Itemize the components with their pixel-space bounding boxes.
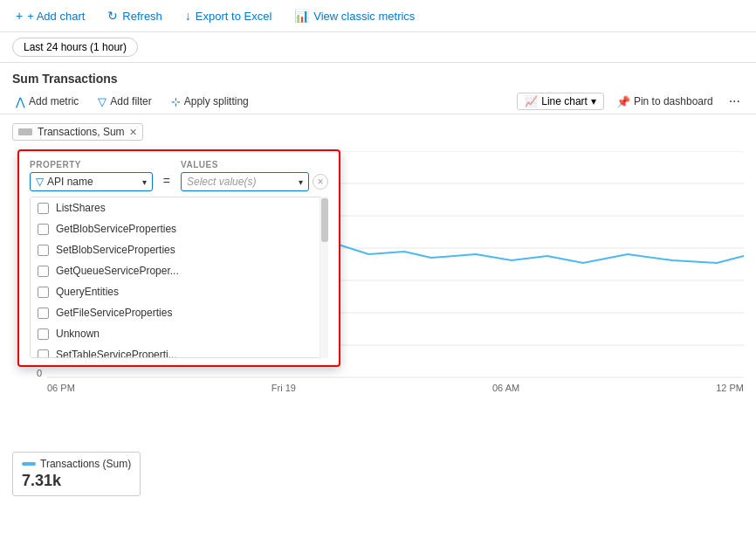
chart-toolbar: ⋀ Add metric ▽ Add filter ⊹ Apply splitt… (0, 89, 756, 114)
equals-sign: = (162, 174, 172, 191)
property-select[interactable]: ▽ API name ▾ (30, 172, 153, 191)
legend-area: Transactions (Sum) 7.31k (0, 446, 756, 501)
values-chevron-icon: ▾ (299, 177, 303, 187)
chart-area: Transactions, Sum × PROPERTY ▽ API name … (0, 114, 756, 446)
filter-tag: Transactions, Sum × (12, 123, 143, 141)
metrics-icon: 📊 (294, 9, 309, 23)
scrollbar-track[interactable] (320, 197, 328, 358)
apply-splitting-button[interactable]: ⊹ Apply splitting (168, 93, 252, 110)
list-item[interactable]: ListShares (31, 197, 327, 218)
export-excel-button[interactable]: ↓ Export to Excel (182, 7, 275, 24)
pin-icon: 📌 (616, 95, 630, 108)
x-label: 06 PM (47, 383, 75, 393)
x-label: 06 AM (492, 383, 519, 393)
x-label: 12 PM (716, 383, 744, 393)
filter-color-swatch (18, 128, 32, 135)
x-label: Fri 19 (271, 383, 296, 393)
add-icon: + (16, 9, 23, 23)
list-item-checkbox[interactable] (38, 224, 49, 235)
view-classic-button[interactable]: 📊 View classic metrics (291, 7, 418, 24)
top-toolbar: + + Add chart ↻ Refresh ↓ Export to Exce… (0, 0, 756, 32)
chevron-down-icon: ▾ (591, 95, 596, 107)
time-range-bar: Last 24 hours (1 hour) (0, 32, 756, 63)
add-metric-button[interactable]: ⋀ Add metric (12, 93, 82, 110)
values-close-button[interactable]: × (313, 174, 328, 190)
x-axis: 06 PM Fri 19 06 AM 12 PM (47, 381, 744, 393)
chart-toolbar-left: ⋀ Add metric ▽ Add filter ⊹ Apply splitt… (12, 93, 252, 110)
values-section: VALUES Select value(s) ▾ × (181, 160, 328, 191)
refresh-icon: ↻ (107, 9, 118, 23)
add-metric-icon: ⋀ (16, 95, 25, 108)
list-item[interactable]: SetTableServiceProperti... (31, 344, 327, 358)
filter-dropdown: PROPERTY ▽ API name ▾ = VALUES Select va… (17, 149, 340, 367)
metric-value: 7.31k (22, 472, 131, 490)
property-chevron-icon: ▾ (142, 177, 147, 187)
dropdown-header: PROPERTY ▽ API name ▾ = VALUES Select va… (30, 160, 328, 191)
y-label: 0 (37, 368, 42, 378)
more-options-button[interactable]: ··· (725, 93, 744, 109)
property-section: PROPERTY ▽ API name ▾ (30, 160, 153, 191)
list-item[interactable]: GetFileServiceProperties (31, 302, 327, 323)
line-chart-button[interactable]: 📈 Line chart ▾ (517, 93, 604, 110)
pin-dashboard-button[interactable]: 📌 Pin to dashboard (613, 93, 717, 110)
refresh-button[interactable]: ↻ Refresh (104, 7, 166, 24)
list-item-checkbox[interactable] (38, 287, 49, 298)
filter-select-icon: ▽ (36, 176, 44, 188)
time-range-pill[interactable]: Last 24 hours (1 hour) (12, 38, 138, 57)
line-chart-icon: 📈 (525, 95, 538, 107)
list-item-checkbox[interactable] (38, 245, 49, 256)
scrollbar-thumb[interactable] (321, 198, 328, 242)
list-item-checkbox[interactable] (38, 308, 49, 319)
values-select[interactable]: Select value(s) ▾ (181, 172, 309, 191)
list-item-checkbox[interactable] (38, 328, 49, 340)
chart-title: Sum Transactions (0, 63, 756, 89)
list-item[interactable]: GetQueueServiceProper... (31, 260, 327, 281)
add-chart-button[interactable]: + + Add chart (12, 7, 88, 24)
list-item[interactable]: Unknown (31, 323, 327, 344)
filter-tag-close-button[interactable]: × (130, 126, 137, 138)
legend-color-swatch (22, 462, 36, 466)
list-item-checkbox[interactable] (38, 349, 49, 359)
list-item[interactable]: QueryEntities (31, 281, 327, 302)
list-item[interactable]: GetBlobServiceProperties (31, 218, 327, 239)
legend-item: Transactions (Sum) (22, 458, 131, 470)
list-item-checkbox[interactable] (38, 266, 49, 277)
chart-toolbar-right: 📈 Line chart ▾ 📌 Pin to dashboard ··· (517, 93, 744, 110)
filter-icon: ▽ (98, 95, 107, 108)
list-item[interactable]: SetBlobServiceProperties (31, 239, 327, 260)
add-filter-button[interactable]: ▽ Add filter (94, 93, 155, 110)
list-item-checkbox[interactable] (38, 203, 49, 214)
dropdown-list: ListShares GetBlobServiceProperties SetB… (30, 197, 328, 358)
split-icon: ⊹ (171, 95, 181, 108)
download-icon: ↓ (185, 9, 191, 23)
